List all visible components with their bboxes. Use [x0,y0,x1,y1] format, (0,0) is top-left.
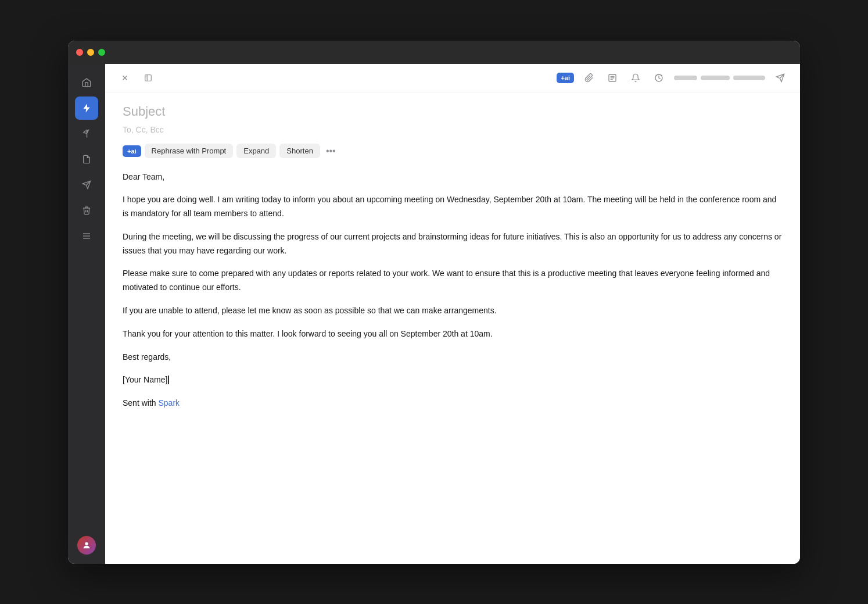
close-button[interactable] [76,49,83,56]
content-area: +ai [105,64,800,564]
sidebar-item-home[interactable] [75,71,98,94]
sidebar-item-pin[interactable] [75,122,98,145]
app-window: +ai [68,41,800,564]
email-content[interactable]: Dear Team, I hope you are doing well. I … [123,170,783,411]
compose-body[interactable]: Subject To, Cc, Bcc +ai Rephrase with Pr… [105,92,800,564]
note-button[interactable] [604,70,620,86]
email-greeting: Dear Team, [123,170,783,184]
sidebar-item-trash[interactable] [75,199,98,222]
email-paragraph-5: Thank you for your attention to this mat… [123,327,783,341]
user-avatar [77,536,96,555]
recipient-bar-3 [733,76,765,80]
sidebar-item-files[interactable] [75,148,98,171]
expand-compose-button[interactable] [140,70,156,86]
traffic-lights [76,49,105,56]
sidebar-item-sent[interactable] [75,173,98,196]
recipient-bar-2 [701,76,730,80]
svg-point-6 [85,542,88,545]
schedule-button[interactable] [651,70,667,86]
more-ai-options-button[interactable]: ••• [324,144,338,159]
email-paragraph-1: I hope you are doing well. I am writing … [123,193,783,221]
toolbar-right: +ai [557,70,788,86]
email-paragraph-3: Please make sure to come prepared with a… [123,267,783,295]
ai-toolbar: +ai Rephrase with Prompt Expand Shorten … [123,144,783,159]
sidebar-item-menu[interactable] [75,224,98,248]
maximize-button[interactable] [98,49,105,56]
recipient-bar-1 [674,76,697,80]
sidebar-bottom [75,534,98,557]
ai-badge-button[interactable]: +ai [557,73,574,83]
avatar[interactable] [75,534,98,557]
spark-link[interactable]: Spark [158,398,180,408]
sidebar-item-spark[interactable] [75,97,98,120]
to-field[interactable]: To, Cc, Bcc [123,125,783,134]
email-footer: Sent with Spark [123,396,783,410]
email-closing: Best regards, [123,351,783,364]
sidebar [68,64,105,564]
subject-field[interactable]: Subject [123,104,783,119]
attach-button[interactable] [581,70,597,86]
ai-toolbar-badge[interactable]: +ai [123,145,141,157]
close-compose-button[interactable] [117,70,133,86]
rephrase-with-prompt-button[interactable]: Rephrase with Prompt [145,144,234,158]
bell-button[interactable] [627,70,644,86]
svg-rect-9 [145,74,152,81]
email-paragraph-4: If you are unable to attend, please let … [123,304,783,318]
title-bar [68,41,800,64]
compose-toolbar: +ai [105,64,800,92]
cursor [168,376,169,384]
toolbar-left [117,70,156,86]
main-layout: +ai [68,64,800,564]
send-button[interactable] [772,70,788,86]
email-paragraph-2: During the meeting, we will be discussin… [123,230,783,258]
shorten-button[interactable]: Shorten [279,144,320,158]
minimize-button[interactable] [87,49,94,56]
recipient-bars [674,76,765,80]
email-signature: [Your Name] [123,373,783,387]
expand-button[interactable]: Expand [236,144,276,158]
